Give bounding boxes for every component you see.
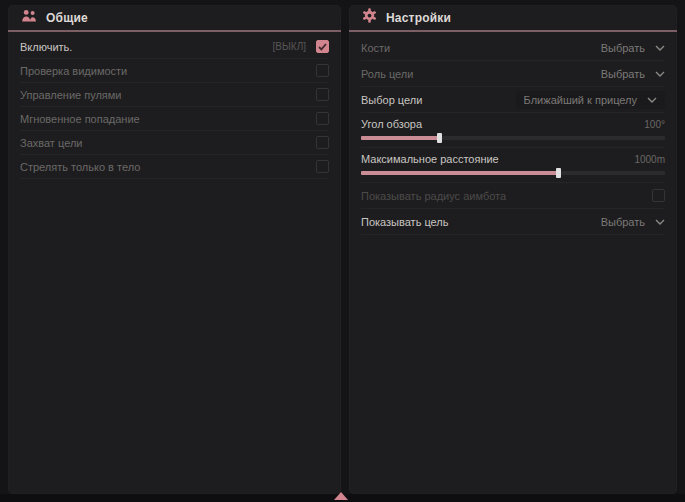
target-selection-select[interactable]: Ближайший к прицелу [516, 91, 665, 109]
row-fov-label: Угол обзора [361, 118, 422, 130]
row-show-aimbot-radius[interactable]: Показывать радиус аимбота [361, 183, 665, 209]
target-selection-select-value: Ближайший к прицелу [524, 94, 637, 106]
fov-slider[interactable] [361, 136, 665, 140]
panel-settings-header: Настройки [349, 5, 677, 32]
row-show-aimbot-radius-label: Показывать радиус аимбота [361, 190, 506, 202]
row-target-lock-label: Захват цели [20, 137, 82, 149]
panel-general: Общие Включить. [ВЫКЛ] Проверка видимост… [8, 5, 341, 494]
show-target-select[interactable]: Выбрать [601, 216, 665, 228]
row-fov: Угол обзора 100° [361, 113, 665, 148]
target-role-select-value: Выбрать [601, 68, 645, 80]
scroll-up-indicator[interactable] [334, 492, 348, 500]
instant-hit-checkbox[interactable] [316, 112, 329, 125]
row-instant-hit-label: Мгновенное попадание [20, 113, 140, 125]
row-target-selection-label: Выбор цели [361, 94, 422, 106]
panel-general-header: Общие [8, 5, 341, 32]
row-bones[interactable]: Кости Выбрать [361, 35, 665, 61]
max-distance-value: 1000m [634, 154, 665, 165]
chevron-down-icon [647, 97, 657, 103]
fov-slider-handle[interactable] [437, 133, 442, 143]
row-enable-label: Включить. [20, 41, 72, 53]
row-target-selection[interactable]: Выбор цели Ближайший к прицелу [361, 87, 665, 113]
row-max-distance-label: Максимальное расстояние [361, 153, 499, 165]
cheat-menu: Общие Включить. [ВЫКЛ] Проверка видимост… [0, 0, 685, 502]
row-body-only[interactable]: Стрелять только в тело [20, 155, 329, 179]
row-target-role-label: Роль цели [361, 68, 413, 80]
users-icon [21, 9, 37, 27]
row-target-role[interactable]: Роль цели Выбрать [361, 61, 665, 87]
gear-icon [362, 8, 377, 27]
row-enable-state: [ВЫКЛ] [273, 41, 306, 52]
row-bones-label: Кости [361, 42, 390, 54]
show-target-select-value: Выбрать [601, 216, 645, 228]
chevron-down-icon [655, 219, 665, 225]
row-bullet-control-label: Управление пулями [20, 89, 122, 101]
fov-value: 100° [644, 119, 665, 130]
target-role-select[interactable]: Выбрать [601, 68, 665, 80]
target-lock-checkbox[interactable] [316, 136, 329, 149]
row-visibility-check-label: Проверка видимости [20, 65, 127, 77]
body-only-checkbox[interactable] [316, 160, 329, 173]
panel-settings-title: Настройки [386, 11, 451, 25]
row-max-distance: Максимальное расстояние 1000m [361, 148, 665, 183]
chevron-down-icon [655, 71, 665, 77]
visibility-check-checkbox[interactable] [316, 64, 329, 77]
row-show-target-label: Показывать цель [361, 216, 449, 228]
max-distance-slider[interactable] [361, 171, 665, 175]
panel-general-title: Общие [46, 11, 88, 25]
row-target-lock[interactable]: Захват цели [20, 131, 329, 155]
bones-select[interactable]: Выбрать [601, 42, 665, 54]
row-visibility-check[interactable]: Проверка видимости [20, 59, 329, 83]
panel-general-rows: Включить. [ВЫКЛ] Проверка видимости Упра… [8, 32, 341, 179]
row-show-target[interactable]: Показывать цель Выбрать [361, 209, 665, 235]
show-aimbot-radius-checkbox[interactable] [652, 189, 665, 202]
row-enable[interactable]: Включить. [ВЫКЛ] [20, 35, 329, 59]
panel-settings-rows: Кости Выбрать Роль цели Выбрать [349, 32, 677, 235]
max-distance-slider-handle[interactable] [556, 168, 561, 178]
enable-checkbox[interactable] [316, 40, 329, 53]
row-body-only-label: Стрелять только в тело [20, 161, 140, 173]
panel-settings: Настройки Кости Выбрать Роль цели Выбрат… [349, 5, 677, 494]
bones-select-value: Выбрать [601, 42, 645, 54]
bullet-control-checkbox[interactable] [316, 88, 329, 101]
row-bullet-control[interactable]: Управление пулями [20, 83, 329, 107]
row-instant-hit[interactable]: Мгновенное попадание [20, 107, 329, 131]
chevron-down-icon [655, 45, 665, 51]
